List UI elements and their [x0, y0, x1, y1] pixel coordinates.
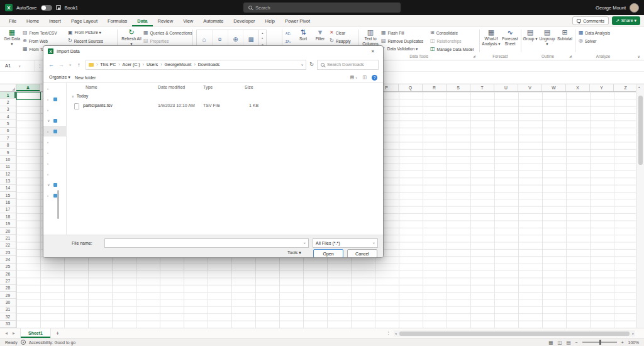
address-dropdown-icon[interactable]	[301, 63, 304, 67]
zoom-out-button[interactable]: −	[575, 340, 578, 345]
row-header[interactable]: 32	[0, 313, 16, 320]
row-header[interactable]: 21	[0, 235, 16, 242]
column-header[interactable]: U	[494, 84, 518, 91]
queries-connections-button[interactable]: Queries & Connections	[143, 29, 192, 36]
vertical-scrollbar[interactable]	[636, 84, 644, 328]
row-header[interactable]: 26	[0, 271, 16, 277]
column-header[interactable]: W	[542, 84, 566, 91]
tree-item[interactable]: ›	[43, 190, 66, 201]
name-box-caret-icon[interactable]	[18, 64, 21, 68]
breadcrumb-item[interactable]: Acer (C:)	[116, 62, 140, 67]
ribbon-tab[interactable]: Developer	[228, 15, 260, 26]
tree-item[interactable]: ›	[43, 158, 66, 169]
tree-chevron-icon[interactable]: ∨	[47, 182, 51, 187]
tree-chevron-icon[interactable]: ›	[47, 172, 51, 176]
ribbon-tab[interactable]: Data	[132, 15, 152, 26]
row-header[interactable]: 4	[0, 113, 16, 120]
data-tools-dialog-launcher[interactable]: ◢	[473, 54, 475, 58]
tree-chevron-icon[interactable]: ›	[47, 98, 51, 101]
column-header[interactable]: V	[518, 84, 542, 91]
avatar[interactable]	[630, 3, 639, 13]
zoom-in-button[interactable]: +	[621, 340, 624, 345]
comments-button[interactable]: Comments	[572, 16, 609, 25]
file-name-combo[interactable]	[104, 238, 309, 248]
column-header[interactable]: Q	[399, 84, 423, 91]
zoom-slider-thumb[interactable]	[599, 340, 601, 345]
row-header[interactable]: 9	[0, 149, 16, 156]
recent-sources-button[interactable]: Recent Sources	[68, 37, 103, 45]
breadcrumb-item[interactable]: Users	[140, 62, 158, 67]
cancel-button[interactable]: Cancel	[347, 249, 377, 258]
row-header[interactable]: 2	[0, 99, 16, 106]
row-header[interactable]: 16	[0, 199, 16, 206]
from-web-button[interactable]: From Web	[23, 37, 48, 45]
row-header[interactable]: 30	[0, 299, 16, 306]
column-header[interactable]: Y	[590, 84, 614, 91]
zoom-slider[interactable]	[582, 342, 617, 343]
name-box[interactable]: A1	[0, 60, 35, 72]
next-sheet-icon[interactable]	[13, 330, 15, 336]
from-text-csv-button[interactable]: From Text/CSV	[23, 29, 57, 36]
preview-pane-button[interactable]	[362, 75, 367, 80]
from-picture-button[interactable]: From Picture ▾	[68, 29, 101, 36]
row-header[interactable]: 18	[0, 213, 16, 220]
help-button[interactable]	[372, 75, 377, 81]
ribbon-tab[interactable]: Home	[21, 15, 44, 26]
tree-item[interactable]: ∨	[43, 115, 66, 126]
group-header-today[interactable]: Today	[72, 94, 88, 98]
row-header[interactable]: 5	[0, 120, 16, 127]
ribbon-tab[interactable]: Help	[260, 15, 280, 26]
file-name-input[interactable]	[108, 241, 304, 245]
column-header-name[interactable]: Name	[86, 85, 97, 89]
row-header[interactable]: 6	[0, 128, 16, 135]
row-header[interactable]: 29	[0, 292, 16, 299]
ungroup-button[interactable]: Ungroup ▾	[538, 28, 556, 47]
file-name-caret-icon[interactable]	[304, 242, 306, 245]
ribbon-tab[interactable]: Automate	[198, 15, 228, 26]
row-header[interactable]: 3	[0, 106, 16, 113]
tree-item[interactable]: ›	[43, 147, 66, 158]
address-bar[interactable]: This PCAcer (C:)UsersGeorgeMountDownload…	[86, 60, 306, 70]
file-type-select[interactable]: All Files (*.*)	[313, 238, 378, 248]
row-header[interactable]: 15	[0, 192, 16, 199]
ribbon-tab[interactable]: Power Pivot	[280, 15, 315, 26]
refresh-icon[interactable]	[309, 62, 314, 67]
organize-button[interactable]: Organize ▾	[49, 75, 70, 80]
row-header[interactable]: 22	[0, 242, 16, 249]
group-collapse-icon[interactable]	[72, 94, 74, 98]
row-header[interactable]: 7	[0, 135, 16, 142]
sheet-tab-sheet1[interactable]: Sheet1	[20, 328, 51, 338]
row-header[interactable]: 11	[0, 164, 16, 170]
row-header[interactable]: 10	[0, 156, 16, 163]
row-header[interactable]: 17	[0, 206, 16, 213]
tree-item[interactable]: ›	[43, 94, 66, 104]
zoom-level[interactable]: 100%	[628, 340, 639, 345]
scroll-left-icon[interactable]	[394, 332, 398, 335]
row-header[interactable]: 19	[0, 220, 16, 227]
back-button[interactable]	[48, 62, 55, 68]
view-options-button[interactable]	[350, 75, 358, 80]
column-header[interactable]: R	[423, 84, 447, 91]
tree-chevron-icon[interactable]: ›	[47, 130, 51, 133]
data-validation-button[interactable]: Data Validation ▾	[381, 45, 418, 53]
tree-item[interactable]: ›	[43, 83, 66, 94]
data-analysis-button[interactable]: Data Analysis	[579, 29, 610, 36]
accessibility-status[interactable]: Accessibility: Good to go	[29, 340, 75, 345]
horizontal-scroll-thumb[interactable]	[399, 332, 630, 336]
scroll-right-icon[interactable]	[631, 332, 635, 335]
tree-chevron-icon[interactable]: ›	[47, 162, 51, 165]
forward-button[interactable]	[58, 62, 65, 68]
sidebar-scroll-thumb[interactable]	[57, 190, 59, 219]
column-header[interactable]: X	[566, 84, 590, 91]
text-to-columns-button[interactable]: Text to Columns	[361, 28, 380, 47]
sort-descending-button[interactable]: ZA↓	[283, 38, 294, 45]
dialog-title-bar[interactable]: X Import Data	[43, 46, 383, 57]
new-sheet-button[interactable]: +	[51, 328, 64, 338]
what-if-analysis-button[interactable]: What-If Analysis ▾	[482, 28, 501, 47]
properties-button[interactable]: Properties	[143, 37, 169, 45]
search-box[interactable]: Search	[243, 3, 401, 13]
sort-ascending-button[interactable]: AZ↓	[283, 30, 294, 36]
row-header[interactable]: 14	[0, 185, 16, 192]
share-button[interactable]: ↗ Share ▾	[612, 16, 640, 25]
row-header[interactable]: 20	[0, 228, 16, 235]
